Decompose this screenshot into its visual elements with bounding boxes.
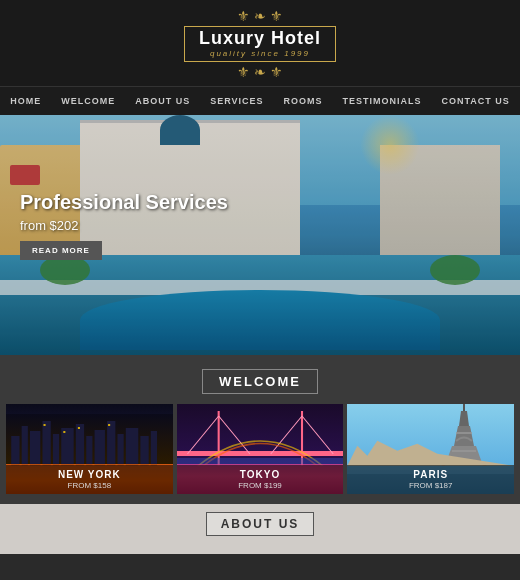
nav-item-rooms[interactable]: ROOMS xyxy=(274,87,333,115)
read-more-button[interactable]: READ MORE xyxy=(20,241,102,260)
paris-price: FROM $187 xyxy=(353,481,508,490)
city-card-paris[interactable]: PARIS FROM $187 xyxy=(347,404,514,494)
logo-subtitle: quality since 1999 xyxy=(199,49,321,58)
svg-rect-20 xyxy=(177,451,344,456)
ornament-bottom-icon: ⚜ ❧ ⚜ xyxy=(0,64,520,80)
svg-marker-27 xyxy=(459,411,469,426)
logo-container: Luxury Hotel quality since 1999 xyxy=(184,26,336,62)
svg-rect-12 xyxy=(140,436,148,466)
svg-rect-13 xyxy=(151,431,157,466)
svg-rect-3 xyxy=(42,421,50,466)
nav-item-welcome[interactable]: WELCOME xyxy=(51,87,125,115)
svg-rect-10 xyxy=(117,434,123,466)
svg-rect-1 xyxy=(22,426,28,466)
svg-rect-6 xyxy=(76,424,84,466)
nav-item-home[interactable]: HOME xyxy=(0,87,51,115)
city-card-tokyo[interactable]: TOKYO FROM $199 xyxy=(177,404,344,494)
svg-rect-8 xyxy=(95,430,105,466)
welcome-section: WELCOME xyxy=(0,355,520,504)
nav-item-testimonials[interactable]: TESTIMONIALS xyxy=(333,87,432,115)
svg-marker-28 xyxy=(454,426,474,446)
svg-rect-7 xyxy=(86,436,92,466)
new-york-price: FROM $158 xyxy=(12,481,167,490)
svg-rect-15 xyxy=(63,431,65,433)
site-header: ⚜ ❧ ⚜ Luxury Hotel quality since 1999 ⚜ … xyxy=(0,0,520,87)
svg-rect-14 xyxy=(44,424,46,426)
ny-skyline-icon xyxy=(6,416,173,466)
tokyo-price: FROM $199 xyxy=(183,481,338,490)
hero-section: Professional Services from $202 READ MOR… xyxy=(0,115,520,355)
about-title: ABOUT US xyxy=(206,512,315,536)
new-york-overlay: NEW YORK FROM $158 xyxy=(6,465,173,494)
nav-item-services[interactable]: SERVICES xyxy=(200,87,273,115)
hero-title: Professional Services xyxy=(20,190,228,214)
svg-rect-9 xyxy=(107,421,115,466)
tokyo-overlay: TOKYO FROM $199 xyxy=(177,465,344,494)
nav-item-contact[interactable]: CONTACT US xyxy=(432,87,520,115)
hero-price: from $202 xyxy=(20,218,228,233)
svg-rect-5 xyxy=(61,428,74,466)
logo-title: Luxury Hotel xyxy=(199,29,321,49)
svg-line-24 xyxy=(302,416,333,454)
welcome-title: WELCOME xyxy=(202,369,318,394)
new-york-name: NEW YORK xyxy=(12,469,167,480)
nav-item-about[interactable]: ABOUT US xyxy=(125,87,200,115)
svg-rect-11 xyxy=(126,428,139,466)
paris-overlay: PARIS FROM $187 xyxy=(347,465,514,494)
hero-content: Professional Services from $202 READ MOR… xyxy=(20,190,228,260)
svg-line-21 xyxy=(187,416,218,454)
paris-name: PARIS xyxy=(353,469,508,480)
tokyo-name: TOKYO xyxy=(183,469,338,480)
city-card-new-york[interactable]: NEW YORK FROM $158 xyxy=(6,404,173,494)
svg-rect-17 xyxy=(108,424,110,426)
svg-rect-4 xyxy=(53,434,59,466)
main-navigation: HOME WELCOME ABOUT US SERVICES ROOMS TES… xyxy=(0,87,520,115)
ornament-top-icon: ⚜ ❧ ⚜ xyxy=(0,8,520,24)
svg-rect-0 xyxy=(11,436,19,466)
svg-rect-16 xyxy=(78,427,80,429)
about-section: ABOUT US xyxy=(0,504,520,554)
tokyo-bridge-icon xyxy=(177,406,344,466)
city-cards-container: NEW YORK FROM $158 xyxy=(0,404,520,494)
svg-rect-2 xyxy=(30,431,40,466)
